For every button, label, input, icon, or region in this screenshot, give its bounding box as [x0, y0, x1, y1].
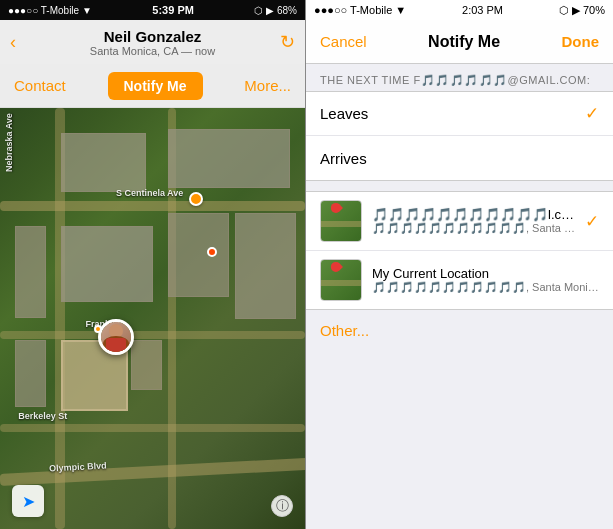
- location-addr-2: 🎵🎵🎵🎵🎵🎵🎵🎵🎵🎵🎵, Santa Monica, CA 90404, Uni…: [372, 281, 599, 294]
- contact-button[interactable]: Contact: [14, 77, 66, 94]
- location-list: 🎵🎵🎵🎵🎵🎵🎵🎵🎵🎵🎵l.com's Current Location 🎵🎵🎵🎵…: [306, 191, 613, 310]
- building-1: [61, 226, 153, 302]
- left-battery: ⬡ ▶ 68%: [254, 5, 297, 16]
- map-info-button[interactable]: ⓘ: [271, 495, 293, 517]
- refresh-button[interactable]: ↻: [280, 31, 295, 53]
- map-pin-icon-1: [333, 205, 343, 219]
- back-chevron-icon: ‹: [10, 33, 16, 51]
- more-button[interactable]: More...: [244, 77, 291, 94]
- avatar-bg: [101, 322, 131, 352]
- other-pin-2: [207, 247, 217, 257]
- location-map-thumb-1: [320, 200, 362, 242]
- location-checkmark-1: ✓: [585, 211, 599, 232]
- map-area[interactable]: Nebraska Ave S Centinela Ave Franklin Be…: [0, 108, 305, 529]
- left-status-bar: ●●●○○ T-Mobile ▼ 5:39 PM ⬡ ▶ 68%: [0, 0, 305, 20]
- right-nav-bar: Cancel Notify Me Done: [306, 20, 613, 64]
- location-name-1: 🎵🎵🎵🎵🎵🎵🎵🎵🎵🎵🎵l.com's Current Location: [372, 207, 579, 222]
- options-list: Leaves ✓ Arrives: [306, 91, 613, 181]
- building-5: [235, 213, 296, 318]
- location-info-1: 🎵🎵🎵🎵🎵🎵🎵🎵🎵🎵🎵l.com's Current Location 🎵🎵🎵🎵…: [372, 207, 579, 235]
- contact-actions-bar: Contact Notify Me More...: [0, 64, 305, 108]
- back-button[interactable]: ‹: [10, 33, 16, 51]
- user-avatar-pin: [98, 319, 134, 355]
- building-4: [168, 213, 229, 297]
- road-horizontal-1: [0, 201, 305, 211]
- red-dot: [207, 247, 217, 257]
- location-dot: [94, 325, 102, 333]
- map-background: Nebraska Ave S Centinela Ave Franklin Be…: [0, 108, 305, 529]
- avatar-shirt: [106, 338, 126, 352]
- building-7: [15, 226, 46, 319]
- location-addr-1: 🎵🎵🎵🎵🎵🎵🎵🎵🎵🎵🎵, Santa Monica, CA 90404, Uni…: [372, 222, 579, 235]
- building-6: [15, 340, 46, 407]
- arrives-option[interactable]: Arrives: [306, 136, 613, 180]
- right-status-bar: ●●●○○ T-Mobile ▼ 2:03 PM ⬡ ▶ 70%: [306, 0, 613, 20]
- right-panel: ●●●○○ T-Mobile ▼ 2:03 PM ⬡ ▶ 70% Cancel …: [306, 0, 613, 529]
- thumb-road: [321, 221, 361, 227]
- location-item-contact[interactable]: 🎵🎵🎵🎵🎵🎵🎵🎵🎵🎵🎵l.com's Current Location 🎵🎵🎵🎵…: [306, 192, 613, 251]
- contact-title: Neil Gonzalez Santa Monica, CA — now: [90, 28, 215, 57]
- contact-name: Neil Gonzalez: [90, 28, 215, 45]
- arrives-label: Arrives: [320, 150, 367, 167]
- section-header: THE NEXT TIME f🎵🎵🎵🎵🎵🎵@GMAIL.COM:: [306, 64, 613, 91]
- thumb-road-2: [321, 280, 361, 286]
- left-panel: ●●●○○ T-Mobile ▼ 5:39 PM ⬡ ▶ 68% ‹ Neil …: [0, 0, 305, 529]
- building-8: [131, 340, 162, 391]
- other-link[interactable]: Other...: [306, 310, 613, 351]
- left-signal: ●●●○○ T-Mobile ▼: [8, 5, 92, 16]
- location-info-2: My Current Location 🎵🎵🎵🎵🎵🎵🎵🎵🎵🎵🎵, Santa M…: [372, 266, 599, 294]
- road-horizontal-2: [0, 331, 305, 339]
- location-name-2: My Current Location: [372, 266, 599, 281]
- right-time: 2:03 PM: [462, 4, 503, 16]
- leaves-option[interactable]: Leaves ✓: [306, 92, 613, 136]
- building-2: [168, 129, 290, 188]
- other-pin: [189, 192, 203, 206]
- road-horizontal-olympic: [0, 457, 305, 487]
- street-label-nebraska: Nebraska Ave: [4, 113, 14, 172]
- leaves-checkmark: ✓: [585, 103, 599, 124]
- notify-me-button[interactable]: Notify Me: [108, 72, 203, 100]
- map-pin-icon-2: [333, 264, 343, 278]
- cancel-button[interactable]: Cancel: [320, 33, 367, 50]
- my-location-button[interactable]: ➤: [12, 485, 44, 517]
- street-label-centinela: S Centinela Ave: [116, 188, 183, 198]
- avatar-body: [103, 336, 129, 352]
- leaves-label: Leaves: [320, 105, 368, 122]
- road-horizontal-3: [0, 424, 305, 432]
- left-nav-bar: ‹ Neil Gonzalez Santa Monica, CA — now ↻: [0, 20, 305, 64]
- location-item-current[interactable]: My Current Location 🎵🎵🎵🎵🎵🎵🎵🎵🎵🎵🎵, Santa M…: [306, 251, 613, 309]
- notify-me-title: Notify Me: [428, 33, 500, 51]
- left-time: 5:39 PM: [152, 4, 194, 16]
- right-battery: ⬡ ▶ 70%: [559, 4, 605, 17]
- spacer-1: [306, 181, 613, 191]
- contact-subtitle: Santa Monica, CA — now: [90, 45, 215, 57]
- building-3: [61, 133, 146, 192]
- street-label-berkeley: Berkeley St: [18, 411, 67, 421]
- done-button[interactable]: Done: [561, 33, 599, 50]
- right-signal: ●●●○○ T-Mobile ▼: [314, 4, 406, 16]
- other-dot: [189, 192, 203, 206]
- bottom-fill: [306, 351, 613, 529]
- location-map-thumb-2: [320, 259, 362, 301]
